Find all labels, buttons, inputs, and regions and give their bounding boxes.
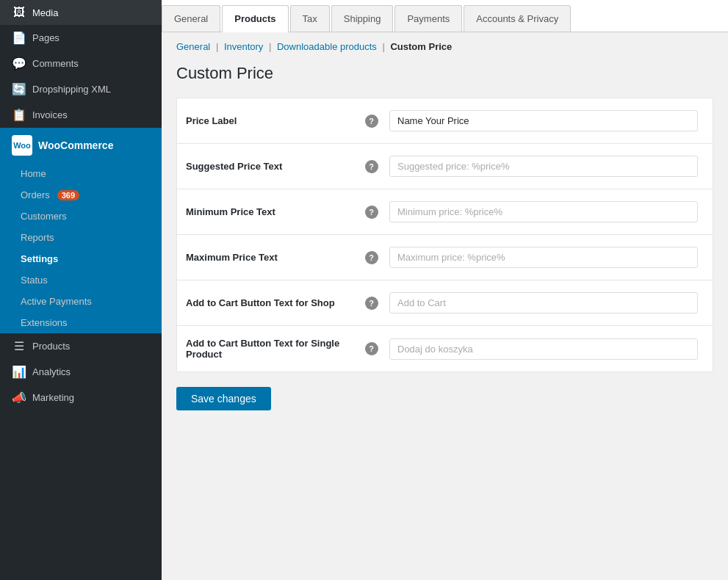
settings-row-cart-shop: Add to Cart Button Text for Shop ? (177, 280, 713, 326)
media-icon: 🖼 (12, 6, 26, 19)
input-cell-cart-shop (386, 280, 713, 326)
settings-row-price-label: Price Label ? (177, 98, 713, 144)
home-label: Home (21, 168, 46, 179)
tabs-bar: General Products Tax Shipping Payments A… (162, 0, 728, 32)
label-suggested-price: Suggested Price Text (177, 144, 365, 189)
label-max-price: Maximum Price Text (177, 235, 365, 280)
reports-label: Reports (21, 232, 54, 243)
settings-content: Custom Price Price Label ? (162, 57, 728, 580)
sidebar-item-media[interactable]: 🖼 Media (0, 0, 162, 25)
sidebar-top-items: 🖼 Media 📄 Pages 💬 Comments 🔄 Dropshippin… (0, 0, 162, 128)
woo-sub-items: Home Orders 369 Customers Reports Settin… (0, 163, 162, 333)
breadcrumb-inventory[interactable]: Inventory (224, 41, 263, 52)
settings-block: Price Label ? Suggested Price Text ? (176, 98, 713, 372)
help-icon-min-price[interactable]: ? (365, 206, 378, 219)
sidebar-label-pages: Pages (32, 32, 60, 43)
tab-shipping[interactable]: Shipping (331, 5, 394, 32)
input-cell-cart-single (386, 326, 713, 372)
input-suggested-price[interactable] (389, 156, 698, 177)
input-cell-max-price (386, 235, 713, 280)
sidebar-label-dropshipping: Dropshipping XML (32, 84, 111, 95)
breadcrumb-sep-2: | (269, 41, 274, 52)
sidebar: 🖼 Media 📄 Pages 💬 Comments 🔄 Dropshippin… (0, 0, 162, 580)
input-cell-min-price (386, 189, 713, 235)
marketing-icon: 📣 (12, 391, 26, 405)
input-price-label[interactable] (389, 110, 698, 131)
tab-tax[interactable]: Tax (290, 5, 330, 32)
breadcrumb-sep-1: | (216, 41, 221, 52)
sidebar-item-invoices[interactable]: 📋 Invoices (0, 102, 162, 128)
settings-row-max-price: Maximum Price Text ? (177, 235, 713, 280)
sidebar-item-products[interactable]: ☰ Products (0, 333, 162, 359)
products-icon: ☰ (12, 339, 26, 353)
sidebar-item-home[interactable]: Home (0, 163, 162, 184)
settings-row-suggested-price: Suggested Price Text ? (177, 144, 713, 189)
analytics-icon: 📊 (12, 365, 26, 379)
sidebar-label-comments: Comments (32, 58, 79, 69)
pages-icon: 📄 (12, 31, 26, 45)
help-icon-suggested-price[interactable]: ? (365, 160, 378, 173)
status-label: Status (21, 275, 48, 286)
help-price-label: ? (365, 98, 386, 144)
tab-accounts-privacy[interactable]: Accounts & Privacy (464, 5, 571, 32)
sidebar-item-marketing[interactable]: 📣 Marketing (0, 385, 162, 410)
sidebar-item-extensions[interactable]: Extensions (0, 312, 162, 333)
sidebar-item-reports[interactable]: Reports (0, 227, 162, 248)
orders-label: Orders (21, 189, 50, 200)
help-icon-max-price[interactable]: ? (365, 251, 378, 264)
settings-table: Price Label ? Suggested Price Text ? (177, 98, 713, 371)
sidebar-label-marketing: Marketing (32, 392, 74, 403)
input-min-price[interactable] (389, 201, 698, 222)
label-min-price: Minimum Price Text (177, 189, 365, 235)
woocommerce-section: Woo WooCommerce Home Orders 369 Customer… (0, 128, 162, 333)
sidebar-item-customers[interactable]: Customers (0, 206, 162, 227)
main-content: General Products Tax Shipping Payments A… (162, 0, 728, 580)
page-title: Custom Price (176, 64, 713, 83)
help-icon-cart-shop[interactable]: ? (365, 297, 378, 310)
sidebar-item-active-payments[interactable]: Active Payments (0, 291, 162, 312)
active-payments-label: Active Payments (21, 296, 92, 307)
settings-row-cart-single: Add to Cart Button Text for Single Produ… (177, 326, 713, 372)
label-cart-single: Add to Cart Button Text for Single Produ… (177, 326, 365, 372)
settings-label: Settings (21, 253, 58, 264)
breadcrumb-current: Custom Price (390, 41, 452, 52)
tab-products[interactable]: Products (222, 5, 288, 32)
sidebar-item-orders[interactable]: Orders 369 (0, 184, 162, 206)
settings-row-min-price: Minimum Price Text ? (177, 189, 713, 235)
sidebar-label-media: Media (32, 7, 58, 18)
sidebar-item-dropshipping[interactable]: 🔄 Dropshipping XML (0, 76, 162, 102)
tab-payments[interactable]: Payments (394, 5, 462, 32)
sidebar-item-comments[interactable]: 💬 Comments (0, 51, 162, 76)
help-suggested-price: ? (365, 144, 386, 189)
help-icon-cart-single[interactable]: ? (365, 342, 378, 355)
help-cart-single: ? (365, 326, 386, 372)
input-cell-suggested-price (386, 144, 713, 189)
dropshipping-icon: 🔄 (12, 82, 26, 96)
tab-general[interactable]: General (162, 5, 220, 32)
label-cart-shop: Add to Cart Button Text for Shop (177, 280, 365, 326)
sidebar-item-pages[interactable]: 📄 Pages (0, 25, 162, 51)
woocommerce-header[interactable]: Woo WooCommerce (0, 128, 162, 163)
input-cart-shop[interactable] (389, 292, 698, 313)
input-cell-price-label (386, 98, 713, 144)
help-cart-shop: ? (365, 280, 386, 326)
orders-badge: 369 (57, 190, 79, 200)
customers-label: Customers (21, 211, 67, 222)
help-max-price: ? (365, 235, 386, 280)
help-min-price: ? (365, 189, 386, 235)
label-price-label: Price Label (177, 98, 365, 144)
help-icon-price-label[interactable]: ? (365, 115, 378, 128)
save-button[interactable]: Save changes (176, 387, 271, 410)
sidebar-item-analytics[interactable]: 📊 Analytics (0, 359, 162, 385)
input-max-price[interactable] (389, 247, 698, 268)
breadcrumb-general[interactable]: General (176, 41, 210, 52)
breadcrumb-downloadable[interactable]: Downloadable products (277, 41, 377, 52)
sidebar-item-settings[interactable]: Settings (0, 248, 162, 269)
input-cart-single[interactable] (389, 338, 698, 360)
breadcrumb-sep-3: | (382, 41, 387, 52)
sidebar-item-status[interactable]: Status (0, 269, 162, 291)
breadcrumb: General | Inventory | Downloadable produ… (162, 32, 728, 57)
woo-title: WooCommerce (38, 139, 113, 151)
invoices-icon: 📋 (12, 108, 26, 122)
woo-logo: Woo (12, 135, 32, 156)
